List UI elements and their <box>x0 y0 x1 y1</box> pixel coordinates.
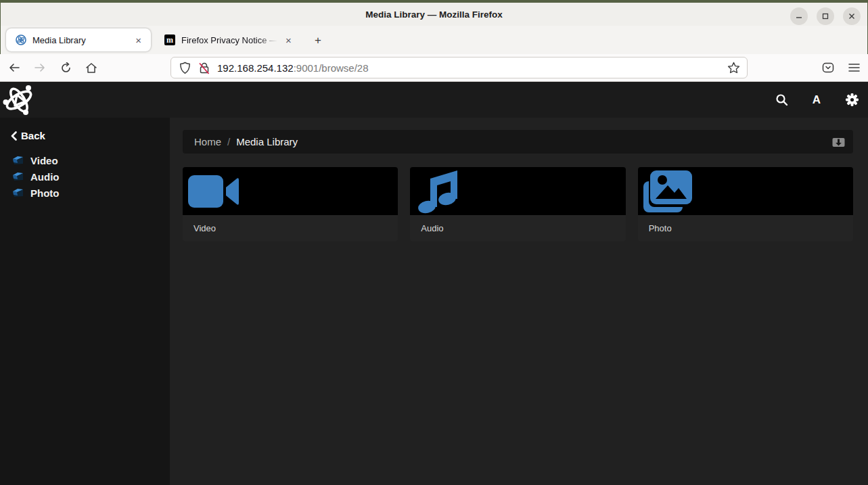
window-controls <box>790 7 861 25</box>
card-label: Video <box>193 223 216 233</box>
url-host: 192.168.254.132 <box>217 62 294 74</box>
home-icon <box>85 62 97 74</box>
back-icon <box>8 63 20 72</box>
video-camera-icon <box>187 172 242 211</box>
sidebar-item-label: Video <box>30 155 58 166</box>
back-button[interactable] <box>8 62 20 74</box>
tab-bar: Media Library × m Firefox Privacy Notice… <box>0 26 868 54</box>
chevron-left-icon <box>11 131 17 141</box>
card-thumbnail <box>410 167 625 215</box>
folder-thumb-icon <box>12 172 24 181</box>
main-content: Home / Media Library <box>170 118 868 485</box>
close-button[interactable] <box>843 7 861 25</box>
screen: Media Library — Mozilla Firefox Media Li… <box>0 0 868 485</box>
card-video[interactable]: Video <box>183 167 398 241</box>
tab-close-icon[interactable]: × <box>133 34 144 46</box>
settings-button[interactable] <box>844 92 860 108</box>
card-footer: Audio <box>410 215 625 241</box>
music-note-icon <box>414 169 465 214</box>
toolbar-right-buttons <box>822 54 860 81</box>
close-icon <box>848 12 856 20</box>
url-text[interactable]: 192.168.254.132:9001/browse/28 <box>217 62 727 74</box>
breadcrumb-current: Media Library <box>236 136 298 147</box>
maximize-button[interactable] <box>817 7 834 25</box>
card-thumbnail <box>183 167 398 215</box>
ums-logo-icon[interactable] <box>3 83 35 117</box>
minimize-button[interactable] <box>790 7 808 25</box>
tab-firefox-privacy-notice[interactable]: m Firefox Privacy Notice — × <box>156 28 305 51</box>
card-label: Audio <box>421 223 443 233</box>
minimize-icon <box>795 12 803 20</box>
gear-icon <box>845 93 859 107</box>
folder-download-icon[interactable] <box>832 137 845 147</box>
photo-stack-icon <box>642 169 698 214</box>
sidebar-item-photo[interactable]: Photo <box>11 185 170 201</box>
card-footer: Photo <box>638 215 853 241</box>
back-label: Back <box>21 130 45 141</box>
tab-close-icon[interactable]: × <box>283 34 294 46</box>
card-label: Photo <box>649 223 672 233</box>
menu-hamburger-icon[interactable] <box>848 62 860 74</box>
sidebar: Back Video Audio Photo <box>0 118 170 485</box>
account-button[interactable]: A <box>808 92 825 108</box>
card-footer: Video <box>183 215 398 241</box>
breadcrumb-home-link[interactable]: Home <box>194 136 221 147</box>
account-icon: A <box>813 93 821 107</box>
tab-label: Firefox Privacy Notice — <box>181 35 277 45</box>
home-button[interactable] <box>85 62 97 74</box>
sidebar-back-button[interactable]: Back <box>11 130 170 141</box>
breadcrumb-separator: / <box>227 136 230 147</box>
card-thumbnail <box>638 167 853 215</box>
sidebar-item-video[interactable]: Video <box>11 152 170 168</box>
window-titlebar[interactable]: Media Library — Mozilla Firefox <box>0 0 868 26</box>
reload-button[interactable] <box>60 62 72 74</box>
tab-media-library[interactable]: Media Library × <box>6 28 151 51</box>
sidebar-item-label: Audio <box>30 171 60 183</box>
url-path: :9001/browse/28 <box>294 62 369 74</box>
card-photo[interactable]: Photo <box>638 167 853 241</box>
card-audio[interactable]: Audio <box>410 167 625 241</box>
mozilla-favicon-icon: m <box>164 34 175 45</box>
sidebar-item-audio[interactable]: Audio <box>11 168 170 185</box>
search-icon <box>775 93 788 106</box>
bookmark-star-icon[interactable] <box>727 62 740 74</box>
shield-icon <box>179 62 191 74</box>
url-bar[interactable]: 192.168.254.132:9001/browse/28 <box>170 57 748 78</box>
sidebar-item-label: Photo <box>30 187 60 199</box>
web-page: A <box>0 82 868 485</box>
media-cards: Video Audio <box>183 167 853 241</box>
folder-thumb-icon <box>12 156 24 165</box>
nav-buttons <box>8 54 97 81</box>
navigation-toolbar: 192.168.254.132:9001/browse/28 <box>0 54 868 82</box>
window-title: Media Library — Mozilla Firefox <box>365 9 503 20</box>
tab-label: Media Library <box>32 35 127 45</box>
forward-icon <box>34 63 46 72</box>
folder-thumb-icon <box>12 188 24 198</box>
reload-icon <box>60 62 72 74</box>
new-tab-button[interactable]: + <box>309 32 327 49</box>
pocket-icon[interactable] <box>822 62 834 74</box>
breadcrumb: Home / Media Library <box>183 130 853 154</box>
ums-favicon-icon <box>16 34 26 45</box>
search-button[interactable] <box>773 92 790 108</box>
maximize-icon <box>821 12 829 20</box>
page-header: A <box>0 82 868 118</box>
header-actions: A <box>773 82 860 118</box>
forward-button[interactable] <box>34 62 46 74</box>
lock-insecure-icon <box>198 62 210 74</box>
